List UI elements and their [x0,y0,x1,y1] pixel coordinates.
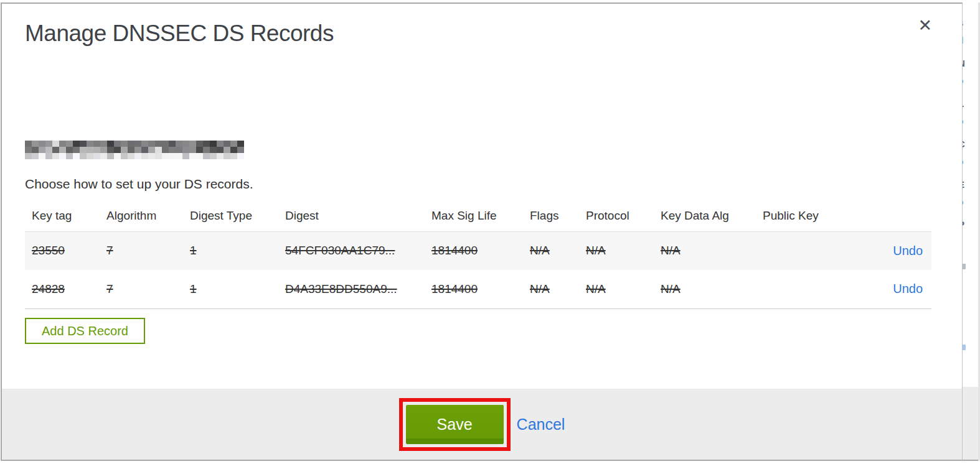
cell-digest-type: 1 [190,244,197,257]
cell-key-data-alg: N/A [661,244,681,257]
column-header: Digest [278,203,425,231]
cell-flags: N/A [530,244,550,257]
table-header-row: Key tagAlgorithmDigest TypeDigestMax Sig… [25,203,931,231]
ds-records-table: Key tagAlgorithmDigest TypeDigestMax Sig… [25,203,931,309]
background-text-fragment: P [963,219,972,230]
background-text-fragment: s [963,17,972,29]
background-mark [963,345,966,350]
cell-key-tag: 24828 [32,282,65,295]
manage-dnssec-modal: Manage DNSSEC DS Records ✕ Choose how to… [1,2,963,461]
background-link-fragment: o [963,197,972,208]
background-link-fragment: J [963,239,972,251]
background-text-fragment: C [963,139,972,150]
domain-name-redacted [25,141,244,159]
column-header: Public Key [756,203,849,231]
cell-digest-type: 1 [190,282,197,295]
cell-digest: 54FCF030AA1C79... [285,244,395,257]
background-link-fragment: o [963,156,972,167]
background-text-fragment: N [963,58,972,69]
background-link-fragment: d [963,35,972,46]
instructions-text: Choose how to set up your DS records. [25,177,939,192]
cell-key-data-alg: N/A [661,282,681,295]
cell-flags: N/A [530,282,550,295]
column-header: Digest Type [183,203,278,231]
add-ds-record-button[interactable]: Add DS Record [25,318,145,344]
modal-footer: Save Cancel [2,389,962,460]
column-header: Algorithm [100,203,183,231]
highlight-box: Save [399,398,511,451]
close-icon[interactable]: ✕ [918,17,932,34]
cell-digest: D4A33E8DD550A9... [285,282,397,295]
background-footer-sliver [963,387,980,461]
background-page-sliver: sNLCEPdooooJ [963,2,980,461]
table-body: 235507154FCF030AA1C79...1814400N/AN/AN/A… [25,231,931,309]
column-header: Flags [523,203,579,231]
cell-algorithm: 7 [106,244,113,257]
cell-key-tag: 23550 [32,244,65,257]
cell-protocol: N/A [586,244,606,257]
column-header: Key tag [25,203,100,231]
undo-link[interactable]: Undo [893,244,923,258]
cell-algorithm: 7 [106,282,113,295]
screen: Manage DNSSEC DS Records ✕ Choose how to… [0,0,980,464]
background-text-fragment: L [963,98,972,109]
column-header [849,203,931,231]
cell-protocol: N/A [586,282,606,295]
column-header: Key Data Alg [654,203,756,231]
cancel-link[interactable]: Cancel [517,415,565,434]
background-link-fragment: o [963,75,972,86]
undo-link[interactable]: Undo [893,282,923,295]
cell-max-sig-life: 1814400 [431,244,478,257]
modal-title: Manage DNSSEC DS Records [25,20,939,47]
save-button[interactable]: Save [406,405,504,444]
background-mark [963,264,966,269]
table-row: 2482871D4A33E8DD550A9...1814400N/AN/AN/A… [25,270,931,309]
column-header: Protocol [579,203,654,231]
modal-body: Manage DNSSEC DS Records ✕ Choose how to… [2,4,962,388]
cell-max-sig-life: 1814400 [431,282,478,295]
background-link-fragment: o [963,116,972,127]
column-header: Max Sig Life [425,203,523,231]
table-row: 235507154FCF030AA1C79...1814400N/AN/AN/A… [25,231,931,270]
background-text-fragment: E [963,179,972,190]
